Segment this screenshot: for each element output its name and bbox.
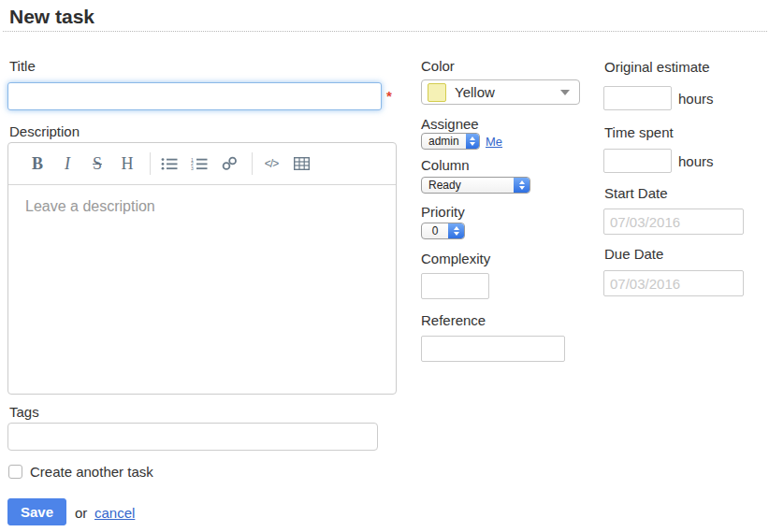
bold-button[interactable]: B: [26, 150, 49, 178]
priority-selected-value: 0: [422, 223, 448, 238]
start-date-label: Start Date: [604, 185, 668, 201]
column-label: Column: [421, 157, 470, 173]
original-estimate-unit: hours: [678, 91, 714, 107]
heading-button[interactable]: H: [116, 150, 138, 178]
color-dropdown[interactable]: Yellow: [421, 79, 580, 105]
header-divider: [3, 31, 767, 32]
tags-input[interactable]: [7, 423, 378, 451]
svg-text:3: 3: [191, 165, 194, 171]
description-editor: B I S H 1 2 3: [7, 142, 397, 395]
priority-select[interactable]: 0: [421, 223, 465, 239]
editor-toolbar: B I S H 1 2 3: [8, 143, 396, 185]
reference-input[interactable]: [421, 336, 565, 362]
create-another-checkbox[interactable]: [8, 465, 22, 479]
assignee-selected-value: admin: [422, 134, 466, 149]
page-title: New task: [9, 6, 94, 28]
chevron-down-icon: [560, 90, 570, 95]
yellow-swatch-icon: [428, 83, 446, 102]
assignee-label: Assignee: [421, 116, 479, 132]
unordered-list-icon: [161, 157, 178, 171]
assignee-select[interactable]: admin: [421, 133, 480, 150]
new-task-page: New task Title * Description B I S H: [0, 0, 769, 532]
create-another-label: Create another task: [30, 464, 153, 480]
time-spent-input[interactable]: [603, 149, 672, 173]
cancel-link[interactable]: cancel: [94, 505, 135, 521]
unordered-list-button[interactable]: [158, 150, 181, 178]
select-stepper-icon: [514, 178, 530, 193]
link-icon: [221, 156, 239, 171]
select-stepper-icon: [466, 134, 479, 149]
strikethrough-button[interactable]: S: [86, 150, 109, 178]
toolbar-divider: [252, 152, 253, 175]
start-date-input[interactable]: [603, 208, 744, 235]
original-estimate-input[interactable]: [603, 86, 672, 110]
title-input[interactable]: [7, 82, 382, 110]
select-stepper-icon: [448, 223, 464, 238]
color-label: Color: [421, 58, 455, 74]
insert-link-button[interactable]: [218, 150, 240, 178]
description-label: Description: [9, 123, 80, 139]
complexity-label: Complexity: [421, 251, 490, 266]
column-select[interactable]: Ready: [421, 177, 530, 194]
ordered-list-button[interactable]: 1 2 3: [188, 150, 210, 178]
insert-table-button[interactable]: [290, 150, 312, 178]
color-selected-value: Yellow: [455, 84, 560, 100]
toolbar-divider: [150, 152, 151, 175]
tags-label: Tags: [9, 404, 39, 420]
time-spent-label: Time spent: [604, 124, 674, 140]
column-selected-value: Ready: [422, 178, 514, 193]
priority-label: Priority: [421, 204, 465, 220]
original-estimate-label: Original estimate: [604, 59, 710, 75]
complexity-input[interactable]: [421, 273, 489, 299]
due-date-label: Due Date: [604, 246, 663, 262]
or-text: or: [75, 505, 87, 521]
assign-me-link[interactable]: Me: [486, 135, 502, 149]
required-asterisk: *: [386, 88, 392, 104]
reference-label: Reference: [421, 312, 486, 328]
code-block-button[interactable]: </>: [260, 150, 283, 178]
description-textarea[interactable]: [8, 185, 396, 393]
save-button[interactable]: Save: [7, 498, 66, 525]
italic-button[interactable]: I: [56, 150, 79, 178]
table-icon: [294, 157, 310, 170]
time-spent-unit: hours: [678, 153, 714, 169]
ordered-list-icon: 1 2 3: [191, 157, 208, 171]
due-date-input[interactable]: [603, 270, 744, 296]
title-label: Title: [9, 58, 36, 74]
